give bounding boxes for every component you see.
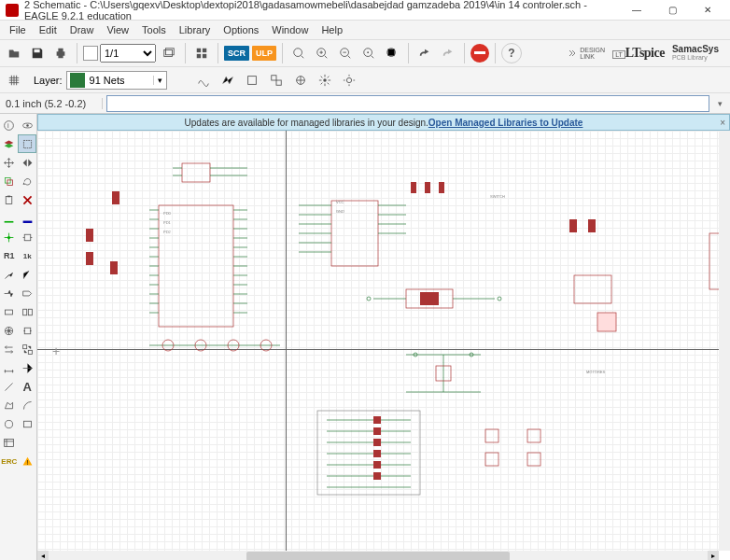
polygon-tool[interactable] [0,396,19,414]
maximize-button[interactable]: ▢ [655,1,689,20]
gateswap-tool[interactable] [19,358,37,377]
ulp-button[interactable]: ULP [252,46,276,61]
banner-close-icon[interactable]: × [720,118,725,128]
layers-tool[interactable] [0,134,18,153]
svg-text:i: i [7,120,9,129]
zoom-redraw-button[interactable] [358,43,379,63]
svg-rect-77 [182,163,210,182]
menu-file[interactable]: File [4,22,32,37]
copy-tool[interactable] [0,172,19,190]
delete-tool[interactable] [19,190,37,209]
svg-rect-75 [485,453,498,466]
info-tool[interactable]: i [0,116,19,134]
mode-button-1[interactable] [266,70,287,91]
menu-window[interactable]: Window [266,22,314,37]
zoom-in-button[interactable] [312,43,332,63]
horizontal-scrollbar[interactable]: ◂ ▸ [37,551,719,560]
mirror-tool[interactable] [19,153,37,172]
mode-button-2[interactable] [290,70,311,91]
sheets-button[interactable] [159,43,179,63]
menu-draw[interactable]: Draw [64,22,100,37]
layer-selector[interactable]: 91 Nets ▾ [66,71,167,90]
canvas[interactable]: Updates are available for managed librar… [37,114,730,560]
scroll-thumb[interactable] [246,552,510,560]
open-button[interactable] [4,43,24,63]
erc-tool[interactable] [19,302,37,321]
marquee-tool[interactable] [18,134,36,153]
close-button[interactable]: ✕ [691,1,724,20]
net-wire-option2[interactable] [218,70,238,91]
svg-rect-3 [203,49,206,52]
arc-tool[interactable] [19,396,37,414]
board-icon [83,46,98,61]
show-tool[interactable] [19,116,37,134]
hole-tool[interactable] [19,433,37,452]
value-tool[interactable]: 1k [19,246,37,265]
junction-tool[interactable] [0,228,19,246]
errors-tool[interactable]: ! [19,452,37,470]
smash-tool[interactable] [0,265,19,284]
rotate-tool[interactable] [19,172,37,190]
line-tool[interactable] [0,377,19,396]
banner-link[interactable]: Open Managed Libraries to Update [428,118,583,128]
command-input[interactable] [106,95,709,112]
frame-tool[interactable] [0,433,19,452]
zoom-out-button[interactable] [335,43,356,63]
print-button[interactable] [50,43,71,63]
menu-tools[interactable]: Tools [136,22,172,37]
undo-button[interactable] [414,43,435,63]
schematic-view[interactable]: + [37,131,719,551]
samacsys-logo[interactable]: SamacSysPCB Library [672,45,719,62]
menu-options[interactable]: Options [218,22,264,37]
zoom-select-button[interactable] [382,43,402,63]
net-tool[interactable] [0,209,19,228]
sheet-selector[interactable]: 1/1 [83,44,156,63]
sheet-dropdown[interactable]: 1/1 [100,44,156,63]
menu-view[interactable]: View [101,22,134,37]
stop-button[interactable] [470,44,489,63]
save-button[interactable] [27,43,48,63]
miter-tool[interactable] [19,265,37,284]
label-tool[interactable] [19,284,37,302]
invoke-tool[interactable] [0,302,19,321]
svg-point-34 [23,329,25,331]
erc-check-tool[interactable]: ERC [0,452,19,470]
menubar: File Edit Draw View Tools Library Option… [0,21,730,39]
redo-button[interactable] [438,43,458,63]
add-tool[interactable] [19,228,37,246]
bus-tool[interactable] [19,209,37,228]
net-wire-option3[interactable] [242,70,262,91]
split-tool[interactable] [0,284,19,302]
name-tool[interactable]: R1 [0,246,19,265]
attribute-tool[interactable] [0,321,19,340]
scr-button[interactable]: SCR [224,46,249,61]
help-button[interactable]: ? [501,43,522,63]
svg-rect-37 [28,350,32,354]
module-tool[interactable] [19,321,37,340]
settings-gear-icon[interactable] [315,70,335,91]
scroll-track[interactable] [49,551,708,560]
paste-tool[interactable] [0,190,19,209]
menu-help[interactable]: Help [316,22,348,37]
settings-gear2-icon[interactable] [339,70,359,91]
scroll-left-arrow[interactable]: ◂ [37,551,49,560]
net-wire-option1[interactable] [193,70,214,91]
menu-edit[interactable]: Edit [34,22,63,37]
minimize-button[interactable]: — [620,1,653,20]
command-history-dropdown[interactable]: ▾ [713,99,726,108]
grid-button[interactable] [4,70,24,91]
move-tool[interactable] [0,153,19,172]
replace-tool[interactable] [19,340,37,358]
library-manager-button[interactable] [191,43,212,63]
zoom-fit-button[interactable] [288,43,309,63]
scroll-right-arrow[interactable]: ▸ [708,551,719,560]
designlink-logo[interactable]: DESIGN LINK [567,47,605,60]
circle-tool[interactable] [0,414,19,433]
rect-tool[interactable] [19,414,37,433]
menu-library[interactable]: Library [174,22,217,37]
text-tool[interactable]: A [19,377,37,396]
vertical-scrollbar[interactable] [719,131,730,551]
change-tool[interactable] [0,340,19,358]
ltspice-logo[interactable]: LTLTspice [612,46,665,61]
dimension-tool[interactable] [0,358,19,377]
